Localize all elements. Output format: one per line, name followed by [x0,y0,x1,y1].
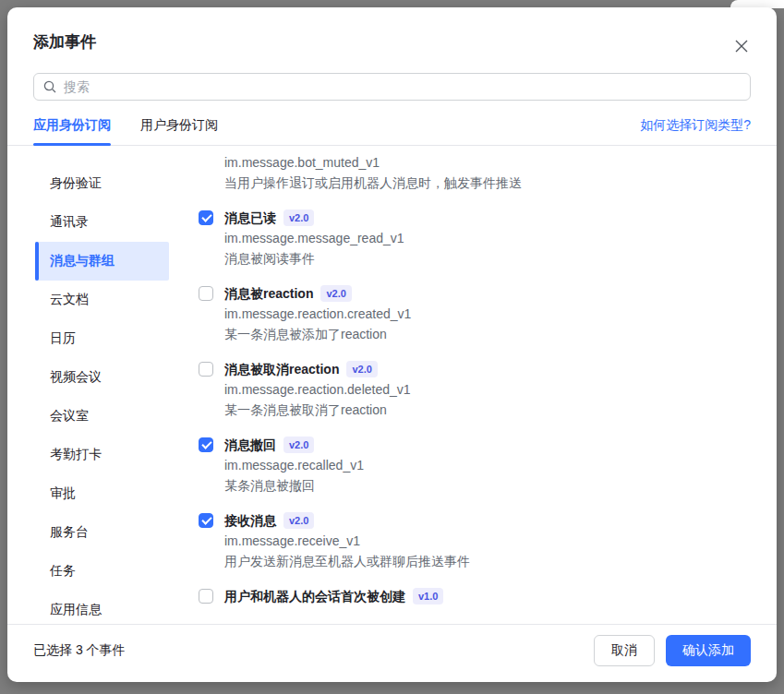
event-description: 某一条消息被添加了reaction [224,324,758,344]
event-item: 消息撤回v2.0im.message.recalled_v1某条消息被撤回 [199,435,758,496]
event-code: im.message.message_read_v1 [224,228,758,248]
subscription-type-help-link[interactable]: 如何选择订阅类型? [640,117,751,145]
event-checkbox[interactable] [199,589,213,604]
sidebar-item[interactable]: 视频会议 [35,358,169,397]
dialog-header: 添加事件 [7,7,777,54]
event-description: 某条消息被撤回 [224,475,758,496]
event-item: 消息被取消reactionv2.0im.message.reaction.del… [199,359,758,420]
sidebar-item[interactable]: 服务台 [35,513,169,552]
sidebar-item[interactable]: 云文档 [35,281,169,319]
sidebar-item-label: 身份验证 [50,175,102,192]
event-list: im.message.bot_muted_v1当用户操作退订或启用机器人消息时，… [171,146,777,624]
event-description: 某一条消息被取消了reaction [224,400,758,420]
event-title: 消息已读 [224,208,276,228]
search-input[interactable] [33,73,751,101]
dialog-body: 身份验证通讯录消息与群组云文档日历视频会议会议室考勤打卡审批服务台任务应用信息 … [7,146,777,624]
event-checkbox[interactable] [199,286,213,301]
version-badge: v2.0 [346,361,377,377]
event-code: im.message.reaction.created_v1 [224,304,758,324]
event-title: 用户和机器人的会话首次被创建 [224,586,405,606]
event-item: im.message.bot_muted_v1当用户操作退订或启用机器人消息时，… [199,152,758,193]
event-title: 消息被取消reaction [224,359,339,379]
event-code: im.message.recalled_v1 [224,455,758,475]
page-title: 添加事件 [33,31,751,54]
event-title: 接收消息 [224,510,276,531]
event-item-header: 用户和机器人的会话首次被创建v1.0 [199,586,758,606]
event-checkbox[interactable] [199,513,213,528]
sidebar-item-label: 审批 [50,485,76,502]
confirm-add-button[interactable]: 确认添加 [666,635,751,666]
event-description: 当用户操作退订或启用机器人消息时，触发事件推送 [224,173,758,193]
version-badge: v2.0 [320,285,351,302]
event-item-header: 消息被取消reactionv2.0 [199,359,758,379]
event-item: 用户和机器人的会话首次被创建v1.0 [199,586,758,606]
event-code: im.message.receive_v1 [224,531,758,551]
search-bar [33,73,751,101]
sidebar-item-label: 服务台 [50,524,89,541]
event-item-header: 消息被reactionv2.0 [199,283,758,304]
close-button[interactable] [730,35,753,57]
sidebar-item-label: 云文档 [50,292,89,308]
event-description: 用户发送新消息至机器人或群聊后推送事件 [224,551,758,571]
event-checkbox[interactable] [199,362,213,377]
sidebar-item[interactable]: 通讯录 [35,203,169,242]
event-checkbox[interactable] [199,210,213,225]
event-code: im.message.bot_muted_v1 [224,152,758,173]
version-badge: v2.0 [283,209,314,226]
sidebar-item-label: 消息与群组 [50,253,115,269]
tab-label: 应用身份订阅 [33,117,111,132]
selected-count-text: 已选择 3 个事件 [33,642,126,659]
dialog-footer: 已选择 3 个事件 取消 确认添加 [7,624,777,682]
add-event-dialog: 添加事件 应用身份订阅 用户身份订阅 如何选择订阅类型? 身份验证通讯录消息与群… [7,7,777,682]
tab-user-identity-subscription[interactable]: 用户身份订阅 [140,117,218,145]
sidebar-item-label: 考勤打卡 [50,447,102,463]
event-item: 消息被reactionv2.0im.message.reaction.creat… [199,283,758,344]
event-title: 消息被reaction [224,283,313,304]
version-badge: v2.0 [283,512,314,529]
sidebar-item[interactable]: 消息与群组 [35,242,169,281]
cancel-button[interactable]: 取消 [594,635,655,666]
tab-label: 用户身份订阅 [140,117,218,132]
event-title: 消息撤回 [224,435,276,455]
event-description: 消息被阅读事件 [224,248,758,269]
version-badge: v2.0 [283,437,314,453]
sidebar-item[interactable]: 任务 [35,552,169,591]
sidebar-item-label: 日历 [50,330,76,347]
sidebar-item-label: 任务 [50,563,76,580]
sidebar-item-label: 视频会议 [50,369,102,386]
sidebar-item[interactable]: 应用信息 [35,591,169,624]
sidebar-item[interactable]: 考勤打卡 [35,436,169,474]
sidebar-item[interactable]: 审批 [35,474,169,513]
version-badge: v1.0 [413,588,443,604]
sidebar-item[interactable]: 会议室 [35,397,169,436]
event-item-header: 消息撤回v2.0 [199,435,758,455]
event-item: 消息已读v2.0im.message.message_read_v1消息被阅读事… [199,208,758,269]
sidebar-item-label: 应用信息 [50,602,102,618]
search-icon [42,79,57,94]
event-item: 接收消息v2.0im.message.receive_v1用户发送新消息至机器人… [199,510,758,571]
close-icon [733,38,750,54]
event-code: im.message.reaction.deleted_v1 [224,379,758,400]
category-sidebar: 身份验证通讯录消息与群组云文档日历视频会议会议室考勤打卡审批服务台任务应用信息 [7,146,171,624]
sidebar-item[interactable]: 身份验证 [35,164,169,203]
sidebar-item-label: 会议室 [50,408,89,425]
event-item-header: 接收消息v2.0 [199,510,758,531]
sidebar-item-label: 通讯录 [50,214,89,231]
event-item-header: 消息已读v2.0 [199,208,758,228]
tab-bar: 应用身份订阅 用户身份订阅 如何选择订阅类型? [7,117,777,146]
tab-app-identity-subscription[interactable]: 应用身份订阅 [33,117,111,145]
sidebar-item[interactable]: 日历 [35,319,169,358]
event-checkbox[interactable] [199,437,213,452]
